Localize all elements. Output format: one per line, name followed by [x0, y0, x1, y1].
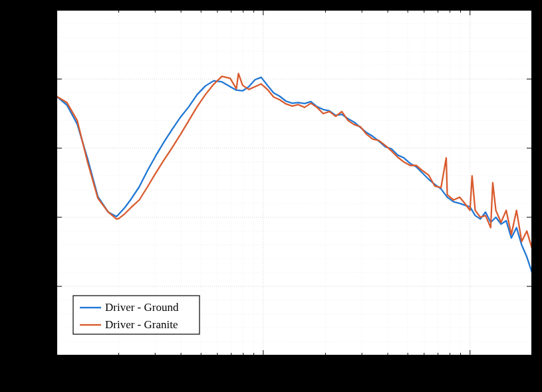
- chart-container: Driver - GroundDriver - Granite: [0, 0, 542, 392]
- legend: Driver - GroundDriver - Granite: [73, 296, 200, 334]
- legend-label-1: Driver - Granite: [105, 318, 178, 331]
- chart-svg: Driver - GroundDriver - Granite: [0, 0, 542, 392]
- legend-label-0: Driver - Ground: [105, 301, 179, 314]
